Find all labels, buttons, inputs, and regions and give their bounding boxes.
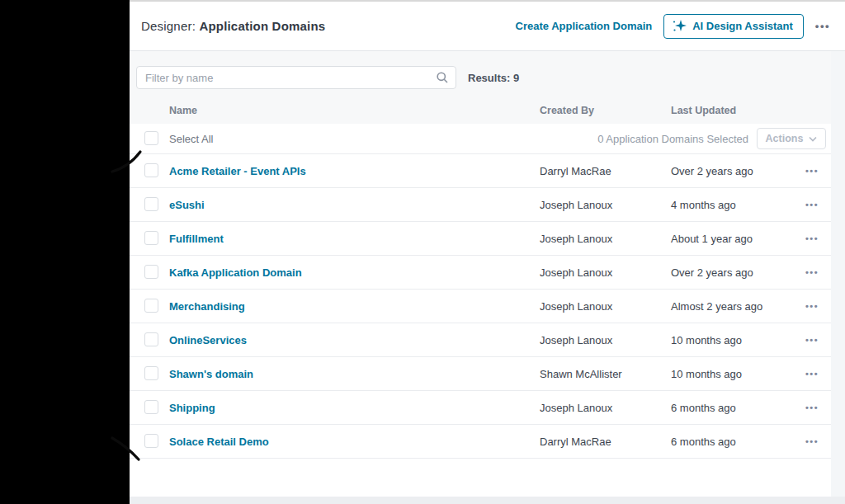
last-updated-cell: 6 months ago <box>671 402 736 414</box>
created-by-cell: Shawn McAllister <box>540 368 622 380</box>
horizontal-scrollbar-track[interactable] <box>130 497 845 504</box>
table-row: MerchandisingJoseph LanouxAlmost 2 years… <box>130 290 845 323</box>
ai-design-assistant-button[interactable]: AI Design Assistant <box>663 14 804 39</box>
last-updated-cell: About 1 year ago <box>671 233 753 245</box>
application-domain-name-link[interactable]: OnlineServices <box>169 334 247 346</box>
row-checkbox[interactable] <box>144 400 158 414</box>
row-checkbox[interactable] <box>144 163 158 177</box>
application-domain-name-link[interactable]: Shawn's domain <box>169 368 253 380</box>
select-all-checkbox[interactable] <box>144 131 158 145</box>
row-checkbox[interactable] <box>144 366 158 380</box>
application-domain-name-link[interactable]: Merchandising <box>169 300 245 313</box>
table-row: Kafka Application DomainJoseph LanouxOve… <box>130 256 845 290</box>
selected-count-text: 0 Application Domains Selected <box>597 133 748 145</box>
filter-box <box>136 66 456 89</box>
application-domain-name-link[interactable]: Shipping <box>169 402 215 414</box>
created-by-cell: Joseph Lanoux <box>540 334 612 346</box>
last-updated-cell: Over 2 years ago <box>671 165 753 177</box>
application-domain-name-link[interactable]: Fulfillment <box>169 233 224 245</box>
table-row: ShippingJoseph Lanoux6 months ago••• <box>130 391 845 425</box>
table-row: FulfillmentJoseph LanouxAbout 1 year ago… <box>130 222 845 256</box>
created-by-cell: Darryl MacRae <box>540 436 611 448</box>
row-more-menu-icon[interactable]: ••• <box>801 301 823 311</box>
created-by-cell: Joseph Lanoux <box>540 300 612 313</box>
created-by-cell: Joseph Lanoux <box>540 402 612 414</box>
page-title: Designer: Application Domains <box>141 19 325 33</box>
application-domain-name-link[interactable]: Solace Retail Demo <box>169 436 269 448</box>
created-by-cell: Joseph Lanoux <box>540 233 612 245</box>
last-updated-cell: Almost 2 years ago <box>671 300 762 313</box>
filter-by-name-input[interactable] <box>145 72 436 84</box>
column-header-last-updated[interactable]: Last Updated <box>671 105 736 116</box>
table-column-headers: Name Created By Last Updated <box>130 98 831 124</box>
created-by-cell: Joseph Lanoux <box>540 199 612 211</box>
page-title-main: Application Domains <box>199 19 325 33</box>
row-checkbox[interactable] <box>144 434 158 448</box>
last-updated-cell: Over 2 years ago <box>671 266 753 279</box>
last-updated-cell: 4 months ago <box>671 199 736 211</box>
row-more-menu-icon[interactable]: ••• <box>801 200 823 210</box>
row-checkbox[interactable] <box>144 332 158 346</box>
create-application-domain-button[interactable]: Create Application Domain <box>516 20 653 32</box>
ai-design-assistant-label: AI Design Assistant <box>692 20 793 32</box>
row-more-menu-icon[interactable]: ••• <box>801 369 823 379</box>
column-header-created-by[interactable]: Created By <box>540 105 594 116</box>
row-checkbox[interactable] <box>144 231 158 245</box>
row-checkbox[interactable] <box>144 299 158 313</box>
table-row: Shawn's domainShawn McAllister10 months … <box>130 357 845 391</box>
page-title-prefix: Designer: <box>141 19 196 33</box>
actions-dropdown-button[interactable]: Actions <box>757 128 826 149</box>
results-count: Results: 9 <box>468 66 519 89</box>
header-more-menu-icon[interactable]: ••• <box>815 20 830 32</box>
select-all-row: Select All 0 Application Domains Selecte… <box>130 124 845 154</box>
last-updated-cell: 6 months ago <box>671 436 736 448</box>
application-domains-screen: Designer: Application Domains Create App… <box>130 0 845 504</box>
last-updated-cell: 10 months ago <box>671 368 742 380</box>
row-more-menu-icon[interactable]: ••• <box>801 166 823 176</box>
row-more-menu-icon[interactable]: ••• <box>801 335 823 345</box>
table-sheet: Select All 0 Application Domains Selecte… <box>130 124 845 497</box>
last-updated-cell: 10 months ago <box>671 334 742 346</box>
row-checkbox[interactable] <box>144 197 158 211</box>
column-header-name[interactable]: Name <box>169 105 197 116</box>
scrollbar-gutter[interactable] <box>831 51 845 497</box>
row-checkbox[interactable] <box>144 265 158 279</box>
select-all-label: Select All <box>169 133 213 145</box>
chevron-down-icon <box>809 136 817 142</box>
created-by-cell: Joseph Lanoux <box>540 266 612 279</box>
table-row: Acme Retailer - Event APIsDarryl MacRaeO… <box>130 154 845 188</box>
row-more-menu-icon[interactable]: ••• <box>801 233 823 243</box>
header-actions: Create Application Domain AI Design Assi… <box>516 14 830 39</box>
app-canvas: Designer: Application Domains Create App… <box>0 0 845 504</box>
row-more-menu-icon[interactable]: ••• <box>801 403 823 412</box>
row-more-menu-icon[interactable]: ••• <box>801 436 823 446</box>
application-domain-name-link[interactable]: eSushi <box>169 199 205 211</box>
actions-label: Actions <box>766 133 804 144</box>
table-row: Solace Retail DemoDarryl MacRae6 months … <box>130 425 845 459</box>
sparkles-icon <box>672 19 687 34</box>
table-rows: Acme Retailer - Event APIsDarryl MacRaeO… <box>130 154 845 459</box>
row-more-menu-icon[interactable]: ••• <box>801 267 823 277</box>
page-header: Designer: Application Domains Create App… <box>130 2 845 51</box>
search-icon <box>436 71 449 84</box>
table-row: eSushiJoseph Lanoux4 months ago••• <box>130 188 845 222</box>
application-domain-name-link[interactable]: Acme Retailer - Event APIs <box>169 165 306 177</box>
created-by-cell: Darryl MacRae <box>540 165 611 177</box>
table-row: OnlineServicesJoseph Lanoux10 months ago… <box>130 323 845 357</box>
application-domain-name-link[interactable]: Kafka Application Domain <box>169 266 302 279</box>
